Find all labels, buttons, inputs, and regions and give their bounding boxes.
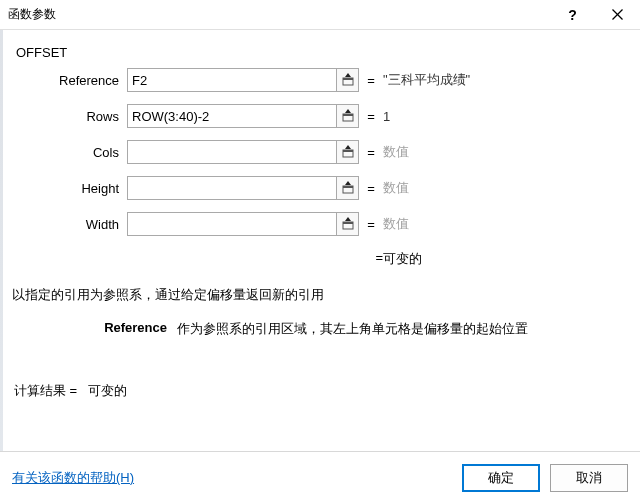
argument-desc-text: 作为参照系的引用区域，其左上角单元格是偏移量的起始位置 <box>177 320 628 338</box>
param-label: Width <box>12 217 127 232</box>
param-input-wrap <box>127 104 359 128</box>
close-icon <box>612 9 623 20</box>
collapse-range-button[interactable] <box>336 105 358 127</box>
collapse-range-icon <box>341 73 355 87</box>
svg-rect-9 <box>343 186 353 188</box>
argument-description-row: Reference 作为参照系的引用区域，其左上角单元格是偏移量的起始位置 <box>12 320 628 338</box>
param-result: 1 <box>383 109 628 124</box>
equals-sign: = <box>359 145 383 160</box>
param-label: Cols <box>12 145 127 160</box>
collapse-range-button[interactable] <box>336 69 358 91</box>
param-input-width[interactable] <box>128 213 336 235</box>
titlebar: 函数参数 ? 百家号/Excel 教程学习 <box>0 0 640 30</box>
dialog-body: OFFSET Reference="三科平均成绩"Rows=1Cols=数值He… <box>0 30 640 451</box>
function-args-dialog: 函数参数 ? 百家号/Excel 教程学习 OFFSET Reference="… <box>0 0 640 503</box>
svg-rect-3 <box>343 78 353 80</box>
collapse-range-icon <box>341 217 355 231</box>
equals-sign: = <box>359 181 383 196</box>
function-name: OFFSET <box>16 45 624 60</box>
equals-sign: = <box>359 73 383 88</box>
overall-eq: = <box>12 250 383 268</box>
calc-result-label: 计算结果 = <box>14 383 77 398</box>
ok-button[interactable]: 确定 <box>462 464 540 492</box>
param-input-cols[interactable] <box>128 141 336 163</box>
overall-result-row: = 可变的 <box>12 250 628 268</box>
calc-result: 计算结果 = 可变的 <box>14 382 628 400</box>
equals-sign: = <box>359 109 383 124</box>
argument-desc-label: Reference <box>12 320 177 338</box>
param-label: Reference <box>12 73 127 88</box>
collapse-range-button[interactable] <box>336 141 358 163</box>
svg-rect-5 <box>343 114 353 116</box>
help-button[interactable]: ? <box>550 0 595 29</box>
collapse-range-icon <box>341 109 355 123</box>
param-row-width: Width=数值 <box>12 212 628 236</box>
overall-result: 可变的 <box>383 250 628 268</box>
param-row-reference: Reference="三科平均成绩" <box>12 68 628 92</box>
param-row-height: Height=数值 <box>12 176 628 200</box>
svg-rect-7 <box>343 150 353 152</box>
param-result: 数值 <box>383 179 628 197</box>
param-label: Height <box>12 181 127 196</box>
dialog-footer: 有关该函数的帮助(H) 确定 取消 <box>0 451 640 503</box>
equals-sign: = <box>359 217 383 232</box>
param-result: 数值 <box>383 143 628 161</box>
function-description: 以指定的引用为参照系，通过给定偏移量返回新的引用 <box>12 286 628 304</box>
param-label: Rows <box>12 109 127 124</box>
param-row-cols: Cols=数值 <box>12 140 628 164</box>
function-help-link[interactable]: 有关该函数的帮助(H) <box>12 469 134 487</box>
svg-rect-11 <box>343 222 353 224</box>
param-result: "三科平均成绩" <box>383 71 628 89</box>
param-row-rows: Rows=1 <box>12 104 628 128</box>
close-button[interactable] <box>595 0 640 29</box>
collapse-range-button[interactable] <box>336 177 358 199</box>
collapse-range-button[interactable] <box>336 213 358 235</box>
param-input-wrap <box>127 140 359 164</box>
param-input-wrap <box>127 176 359 200</box>
param-input-rows[interactable] <box>128 105 336 127</box>
collapse-range-icon <box>341 181 355 195</box>
param-input-wrap <box>127 212 359 236</box>
cancel-button[interactable]: 取消 <box>550 464 628 492</box>
param-input-height[interactable] <box>128 177 336 199</box>
param-input-reference[interactable] <box>128 69 336 91</box>
dialog-title: 函数参数 <box>8 6 550 23</box>
param-input-wrap <box>127 68 359 92</box>
calc-result-value: 可变的 <box>88 383 127 398</box>
collapse-range-icon <box>341 145 355 159</box>
param-result: 数值 <box>383 215 628 233</box>
